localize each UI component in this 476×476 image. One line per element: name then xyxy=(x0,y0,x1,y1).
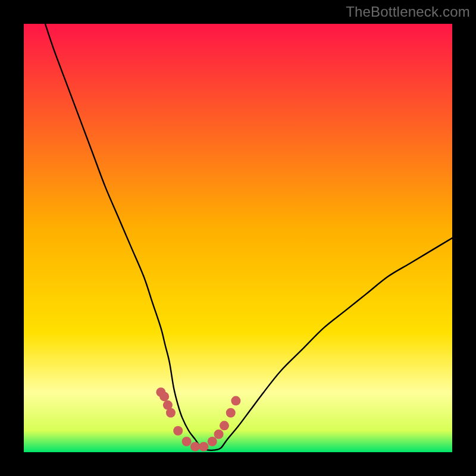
gradient-background xyxy=(24,24,452,452)
chart-svg xyxy=(24,24,452,452)
highlight-dot xyxy=(173,426,183,436)
highlight-dot xyxy=(166,408,176,418)
highlight-dot xyxy=(199,442,208,452)
highlight-dot xyxy=(190,442,200,452)
highlight-dot xyxy=(231,396,240,406)
highlight-dot xyxy=(208,437,217,446)
highlight-dot xyxy=(220,421,229,430)
highlight-dot xyxy=(226,408,236,418)
plot-area xyxy=(24,24,452,452)
highlight-dot xyxy=(182,437,192,446)
highlight-dot xyxy=(214,430,224,439)
highlight-dot xyxy=(159,392,169,401)
chart-frame: TheBottleneck.com xyxy=(0,0,476,476)
watermark-text: TheBottleneck.com xyxy=(346,4,470,20)
